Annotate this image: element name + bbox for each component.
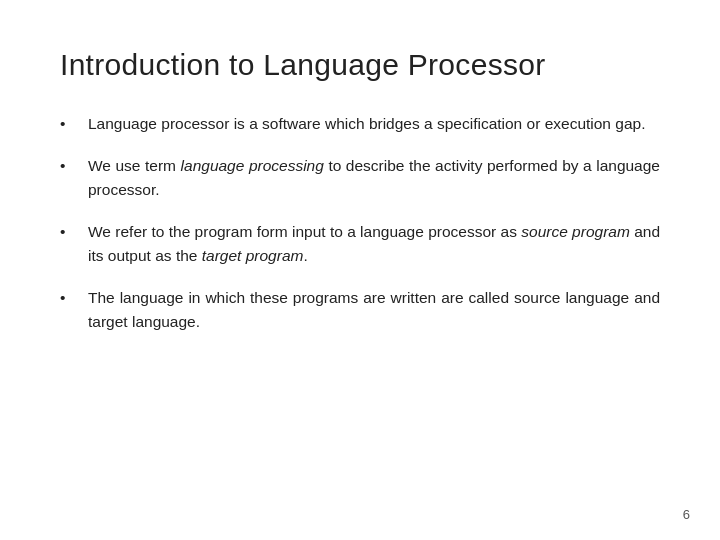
list-item: • The language in which these programs a… (60, 286, 660, 334)
bullet-marker: • (60, 286, 80, 310)
italic-text: language processing (181, 157, 324, 174)
bullet-marker: • (60, 112, 80, 136)
bullet-list: • Language processor is a software which… (60, 112, 660, 334)
list-item: • Language processor is a software which… (60, 112, 660, 136)
slide-title: Introduction to Language Processor (60, 48, 660, 82)
list-item-text: Language processor is a software which b… (88, 112, 660, 136)
list-item-text: The language in which these programs are… (88, 286, 660, 334)
slide: Introduction to Language Processor • Lan… (0, 0, 720, 540)
italic-text: source program (521, 223, 630, 240)
italic-text: target program (202, 247, 304, 264)
list-item: • We use term language processing to des… (60, 154, 660, 202)
list-item-text: We refer to the program form input to a … (88, 220, 660, 268)
list-item-text: We use term language processing to descr… (88, 154, 660, 202)
bullet-marker: • (60, 220, 80, 244)
list-item: • We refer to the program form input to … (60, 220, 660, 268)
bullet-marker: • (60, 154, 80, 178)
page-number: 6 (683, 507, 690, 522)
